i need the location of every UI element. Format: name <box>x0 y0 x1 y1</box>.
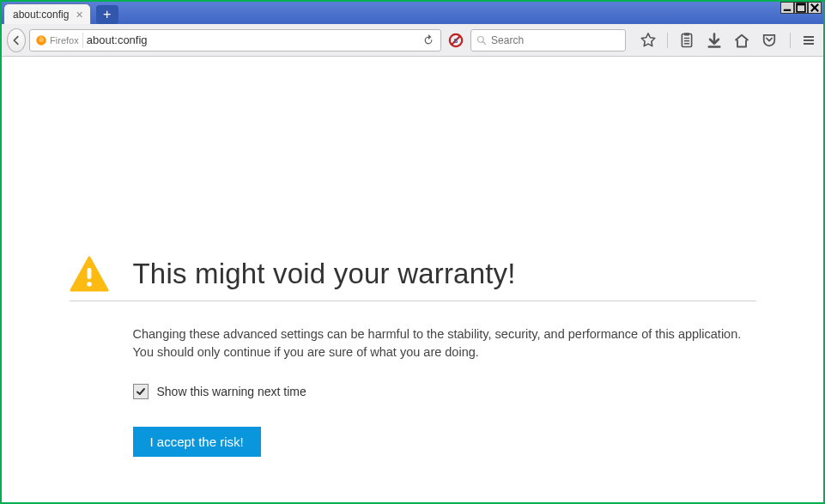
home-icon <box>733 32 750 49</box>
toolbar-icons <box>640 32 778 49</box>
tab-close-icon[interactable]: × <box>76 9 82 21</box>
new-tab-button[interactable]: + <box>96 5 118 24</box>
minimize-button[interactable] <box>780 2 794 14</box>
search-bar[interactable] <box>470 29 626 52</box>
downloads-button[interactable] <box>706 32 723 49</box>
warning-triangle-icon <box>70 256 109 292</box>
url-bar[interactable]: Firefox <box>29 29 441 52</box>
checkbox-label: Show this warning next time <box>157 385 306 398</box>
menu-button[interactable] <box>799 29 818 52</box>
maximize-button[interactable] <box>794 2 808 14</box>
url-input[interactable] <box>87 33 416 46</box>
clipboard-icon <box>678 32 695 49</box>
checkbox-box[interactable] <box>133 384 149 399</box>
warning-header: This might void your warranty! <box>70 256 756 301</box>
pocket-icon <box>761 32 778 49</box>
warning-container: This might void your warranty! Changing … <box>63 256 763 491</box>
checkmark-icon <box>136 386 146 397</box>
close-window-button[interactable] <box>808 2 822 14</box>
titlebar: about:config × + <box>2 2 823 24</box>
identity-box[interactable]: Firefox <box>33 33 83 48</box>
bookmark-star-button[interactable] <box>640 32 657 49</box>
pocket-button[interactable] <box>761 32 778 49</box>
warning-title: This might void your warranty! <box>133 258 516 290</box>
noscript-icon: S <box>448 33 464 48</box>
svg-text:S: S <box>454 36 458 44</box>
identity-label: Firefox <box>50 35 79 46</box>
search-input[interactable] <box>491 34 620 46</box>
warning-body: Changing these advanced settings can be … <box>133 325 756 457</box>
page-content: This might void your warranty! Changing … <box>3 58 822 501</box>
star-icon <box>640 32 657 49</box>
warning-text: Changing these advanced settings can be … <box>133 325 756 361</box>
noscript-button[interactable]: S <box>448 31 464 50</box>
back-button[interactable] <box>7 28 26 52</box>
reload-icon <box>422 34 434 46</box>
arrow-left-icon <box>10 34 22 46</box>
firefox-icon <box>35 34 47 46</box>
browser-tab[interactable]: about:config × <box>3 3 91 24</box>
search-icon <box>476 35 487 46</box>
download-arrow-icon <box>706 32 723 49</box>
svg-rect-20 <box>87 268 91 279</box>
toolbar-separator <box>790 33 791 48</box>
hamburger-icon <box>802 33 816 47</box>
tab-title: about:config <box>13 9 69 21</box>
toolbar-separator <box>667 33 668 48</box>
home-button[interactable] <box>733 32 750 49</box>
show-warning-checkbox[interactable]: Show this warning next time <box>133 384 756 399</box>
reload-button[interactable] <box>420 32 437 49</box>
svg-line-10 <box>483 41 486 44</box>
accept-risk-button[interactable]: I accept the risk! <box>133 427 261 457</box>
window-controls <box>780 2 822 14</box>
svg-rect-12 <box>684 33 689 35</box>
nav-toolbar: Firefox S <box>2 24 823 57</box>
svg-point-21 <box>87 282 92 287</box>
bookmarks-list-button[interactable] <box>678 32 695 49</box>
